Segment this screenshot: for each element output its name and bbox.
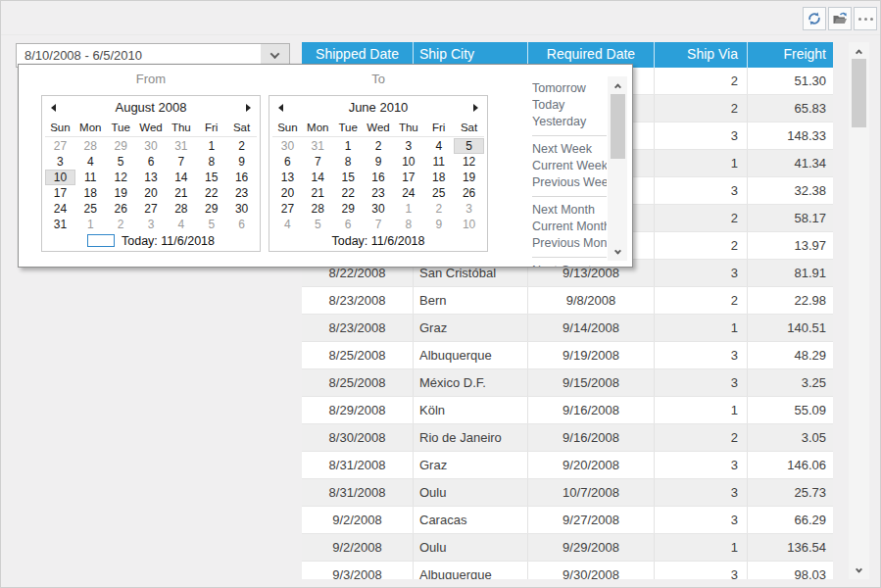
calendar-day[interactable]: 12	[454, 154, 484, 170]
calendar-day[interactable]: 17	[45, 185, 75, 201]
today-link[interactable]: Today: 11/6/2018	[42, 232, 260, 251]
calendar-day[interactable]: 8	[196, 154, 226, 170]
calendar-day[interactable]: 5	[196, 217, 226, 232]
next-month-icon[interactable]	[473, 104, 478, 112]
calendar-day[interactable]: 24	[393, 185, 423, 201]
calendar-day[interactable]: 14	[166, 170, 196, 185]
quick-option-current-week[interactable]: Current Week	[532, 158, 607, 174]
calendar-day[interactable]: 28	[166, 201, 196, 217]
calendar-day[interactable]: 1	[75, 217, 106, 232]
calendar-day[interactable]: 28	[303, 201, 333, 217]
table-row[interactable]: 9/2/2008Caracas9/27/2008366.29	[302, 507, 833, 534]
calendar-day[interactable]: 11	[75, 170, 106, 185]
scroll-up-button[interactable]	[608, 77, 627, 93]
calendar-day[interactable]: 7	[166, 154, 196, 170]
calendar-day[interactable]: 29	[196, 201, 226, 217]
calendar-day[interactable]: 27	[136, 201, 167, 217]
calendar-day[interactable]: 31	[45, 217, 75, 232]
more-options-button[interactable]	[854, 7, 877, 30]
calendar-day[interactable]: 3	[393, 138, 423, 154]
calendar-day[interactable]: 18	[75, 185, 106, 201]
calendar-day[interactable]: 9	[364, 154, 394, 170]
grid-scrollbar[interactable]	[849, 42, 869, 579]
calendar-day-selected[interactable]: 10	[45, 170, 75, 185]
calendar-day[interactable]: 1	[196, 138, 226, 154]
calendar-day[interactable]: 11	[423, 154, 454, 170]
scroll-down-button[interactable]	[849, 563, 869, 578]
calendar-day[interactable]: 23	[226, 185, 257, 201]
calendar-day[interactable]: 30	[272, 138, 303, 154]
calendar-day[interactable]: 27	[272, 201, 303, 217]
table-row[interactable]: 8/25/2008Albuquerque9/19/2008348.29	[302, 342, 833, 369]
calendar-day[interactable]: 22	[333, 185, 364, 201]
calendar-day[interactable]: 29	[106, 138, 136, 154]
previous-month-icon[interactable]	[51, 104, 56, 112]
calendar-day[interactable]: 19	[106, 185, 136, 201]
refresh-button[interactable]	[803, 7, 826, 30]
scroll-up-button[interactable]	[849, 43, 869, 59]
calendar-day[interactable]: 12	[106, 170, 136, 185]
next-month-icon[interactable]	[246, 104, 251, 112]
calendar-day[interactable]: 25	[423, 185, 454, 201]
calendar-day[interactable]: 8	[393, 217, 423, 232]
table-row[interactable]: 8/23/2008Graz9/14/20081140.51	[302, 315, 833, 342]
calendar-day[interactable]: 27	[45, 138, 75, 154]
calendar-day[interactable]: 18	[423, 170, 454, 185]
today-link[interactable]: Today: 11/6/2018	[269, 232, 487, 251]
calendar-day[interactable]: 4	[166, 217, 196, 232]
calendar-day[interactable]: 4	[272, 217, 303, 232]
calendar-day[interactable]: 6	[272, 154, 303, 170]
calendar-day[interactable]: 10	[393, 154, 423, 170]
calendar-day[interactable]: 4	[423, 138, 454, 154]
calendar-day[interactable]: 3	[454, 201, 484, 217]
calendar-day[interactable]: 13	[272, 170, 303, 185]
calendar-day[interactable]: 17	[393, 170, 423, 185]
calendar-day[interactable]: 14	[303, 170, 333, 185]
quick-option-current-month[interactable]: Current Month	[532, 219, 607, 235]
column-header-ship-via[interactable]: Ship Via	[655, 42, 748, 68]
calendar-day[interactable]: 6	[333, 217, 364, 232]
calendar-day[interactable]: 16	[364, 170, 394, 185]
table-row[interactable]: 8/25/2008México D.F.9/15/200833.25	[302, 369, 833, 397]
calendar-day[interactable]: 24	[45, 201, 75, 217]
calendar-day[interactable]: 20	[272, 185, 303, 201]
scroll-down-button[interactable]	[608, 244, 627, 260]
calendar-title[interactable]: August 2008	[42, 96, 260, 120]
calendar-day[interactable]: 5	[303, 217, 333, 232]
column-header-freight[interactable]: Freight	[748, 42, 833, 68]
calendar-day[interactable]: 16	[226, 170, 257, 185]
calendar-day[interactable]: 26	[106, 201, 136, 217]
quick-options-scrollbar[interactable]	[608, 76, 627, 261]
calendar-day[interactable]: 15	[196, 170, 226, 185]
calendar-day[interactable]: 28	[75, 138, 106, 154]
calendar-day[interactable]: 30	[226, 201, 257, 217]
calendar-day[interactable]: 8	[333, 154, 364, 170]
calendar-day[interactable]: 23	[364, 185, 394, 201]
calendar-day[interactable]: 25	[75, 201, 106, 217]
quick-option-next-month[interactable]: Next Month	[532, 202, 607, 219]
calendar-day[interactable]: 10	[454, 217, 484, 232]
quick-option-next-week[interactable]: Next Week	[532, 141, 607, 158]
table-row[interactable]: 8/30/2008Rio de Janeiro9/16/200823.05	[302, 424, 833, 452]
open-button[interactable]	[828, 7, 852, 30]
calendar-day[interactable]: 2	[226, 138, 257, 154]
calendar-day[interactable]: 30	[364, 201, 394, 217]
quick-option-previous-month[interactable]: Previous Month	[532, 235, 607, 252]
calendar-day[interactable]: 4	[75, 154, 106, 170]
table-row[interactable]: 9/3/2008Albuquerque9/30/2008398.03	[302, 562, 833, 579]
calendar-day[interactable]: 3	[45, 154, 75, 170]
calendar-day[interactable]: 9	[226, 154, 257, 170]
quick-option-yesterday[interactable]: Yesterday	[532, 114, 607, 130]
calendar-day[interactable]: 31	[166, 138, 196, 154]
calendar-day[interactable]: 9	[423, 217, 454, 232]
calendar-day[interactable]: 26	[454, 185, 484, 201]
calendar-day[interactable]: 6	[136, 154, 167, 170]
calendar-day[interactable]: 31	[303, 138, 333, 154]
calendar-day[interactable]: 19	[454, 170, 484, 185]
calendar-day[interactable]: 2	[106, 217, 136, 232]
calendar-day-selected[interactable]: 5	[454, 138, 484, 154]
quick-option-next-quarter[interactable]: Next Quarter	[532, 263, 607, 267]
calendar-day[interactable]: 3	[136, 217, 167, 232]
table-row[interactable]: 8/29/2008Köln9/16/2008155.09	[302, 397, 833, 424]
calendar-title[interactable]: June 2010	[269, 96, 487, 120]
